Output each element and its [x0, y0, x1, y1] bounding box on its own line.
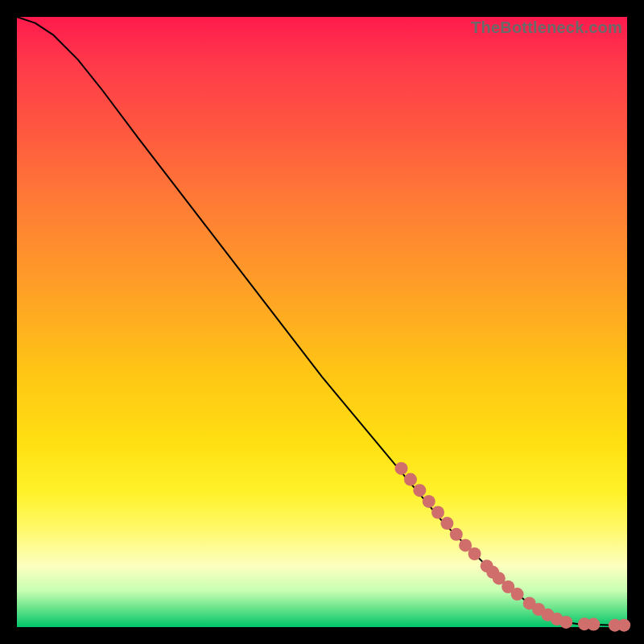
- data-point: [431, 506, 444, 519]
- data-point: [395, 462, 408, 475]
- data-point: [559, 616, 572, 629]
- data-point: [404, 473, 417, 486]
- data-point: [587, 618, 600, 631]
- data-point: [423, 495, 436, 508]
- data-point: [413, 484, 426, 497]
- bottleneck-curve: [17, 17, 627, 625]
- plot-area: TheBottleneck.com: [17, 17, 627, 627]
- data-point: [617, 619, 630, 632]
- data-markers: [395, 462, 631, 632]
- data-point: [450, 528, 463, 541]
- data-point: [511, 588, 524, 601]
- chart-svg: [17, 17, 627, 627]
- chart-frame: TheBottleneck.com: [0, 0, 644, 644]
- data-point: [440, 517, 453, 530]
- data-point: [469, 547, 481, 560]
